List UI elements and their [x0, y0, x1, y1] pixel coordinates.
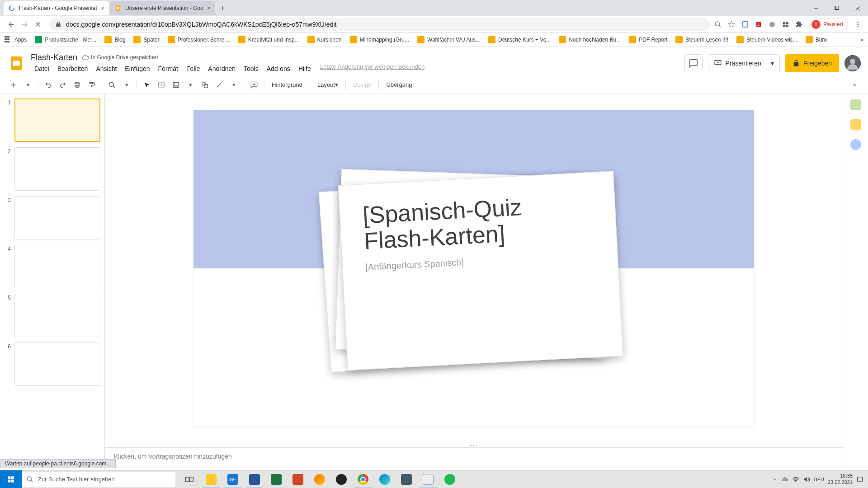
bookmark-item[interactable]: Noch hochladen Bu...	[559, 36, 621, 43]
onedrive-icon[interactable]	[781, 476, 788, 483]
present-dropdown-icon[interactable]: ▾	[767, 60, 774, 67]
bookmark-star-icon[interactable]	[728, 21, 735, 28]
menu-datei[interactable]: Datei	[31, 63, 53, 74]
new-slide-button[interactable]	[7, 79, 20, 91]
notifications-icon[interactable]	[856, 476, 863, 483]
taskbar-search[interactable]: Zur Suche Text hier eingeben	[22, 472, 175, 487]
comments-button[interactable]	[684, 54, 703, 72]
close-button[interactable]	[847, 0, 868, 16]
tray-overflow-icon[interactable]	[772, 477, 778, 482]
menu-tools[interactable]: Tools	[240, 63, 262, 74]
bookmark-item[interactable]: Büro	[806, 36, 827, 43]
bookmark-item[interactable]: Steuern Lesen !!!!	[675, 36, 728, 43]
url-field[interactable]: docs.google.com/presentation/d/10opBv3XQ…	[50, 18, 710, 31]
calendar-addon-icon[interactable]	[850, 99, 861, 110]
slide-thumbnail[interactable]	[14, 294, 100, 337]
collapse-toolbar-button[interactable]	[848, 79, 861, 91]
excel-icon[interactable]	[266, 470, 287, 488]
image-dropdown[interactable]: ▾	[184, 79, 197, 91]
notes-splitter[interactable]	[105, 443, 843, 447]
design-button[interactable]: Design	[349, 79, 375, 91]
keep-addon-icon[interactable]	[850, 119, 861, 130]
slide-thumbnail[interactable]	[14, 343, 100, 386]
menu-anordnen[interactable]: Anordnen	[204, 63, 239, 74]
slide-canvas[interactable]: [Spanisch-Quiz Flash-Karten] [Anfängerku…	[193, 110, 754, 427]
bookmark-item[interactable]: Deutsche Kurs + Vo...	[488, 36, 551, 43]
powerpoint-icon[interactable]	[288, 470, 308, 488]
clock[interactable]: 18:35 23.02.2021	[828, 473, 853, 485]
menu-ansicht[interactable]: Ansicht	[92, 63, 120, 74]
notepad-icon[interactable]	[418, 470, 439, 488]
minimize-button[interactable]	[806, 0, 826, 16]
slide-title-text[interactable]: [Spanisch-Quiz Flash-Karten]	[362, 191, 594, 254]
share-button[interactable]: Freigeben	[785, 54, 839, 72]
extensions-puzzle-icon[interactable]	[796, 21, 803, 28]
browser-menu-icon[interactable]	[854, 21, 862, 28]
textbox-button[interactable]: T	[155, 79, 168, 91]
speaker-notes[interactable]: Klicken, um Vortragsnotizen hinzuzufügen	[105, 447, 843, 470]
bookmark-item[interactable]: PDF Report	[629, 36, 667, 43]
bookmark-item[interactable]: Mindmapping (Gru...	[350, 36, 409, 43]
profile-paused-chip[interactable]: T Pausiert	[809, 19, 848, 30]
bookmark-item[interactable]: Kursideen	[307, 36, 342, 43]
obs-icon[interactable]	[331, 470, 352, 488]
slide-thumbnail[interactable]	[14, 147, 100, 191]
reading-list-icon[interactable]	[741, 21, 749, 28]
apps-button[interactable]: Apps	[5, 36, 27, 43]
doc-title[interactable]: Flash-Karten	[31, 53, 77, 62]
task-view-button[interactable]	[179, 470, 200, 488]
menu-format[interactable]: Format	[155, 63, 182, 74]
line-dropdown[interactable]: ▾	[227, 79, 240, 91]
new-tab-button[interactable]: +	[216, 2, 229, 14]
tab-close-icon[interactable]: ×	[207, 5, 211, 12]
chrome-icon[interactable]	[353, 470, 373, 488]
paint-format-button[interactable]	[85, 79, 98, 91]
bookmark-item[interactable]: Blog	[104, 36, 125, 43]
edge-icon[interactable]	[374, 470, 395, 488]
start-button[interactable]	[0, 470, 22, 488]
bookmark-item[interactable]: Professionell Schrei...	[168, 36, 230, 43]
canvas-viewport[interactable]: [Spanisch-Quiz Flash-Karten] [Anfängerku…	[105, 94, 843, 443]
bookmark-item[interactable]: Kreativität und Insp...	[238, 36, 299, 43]
extension-icon[interactable]	[769, 21, 776, 28]
menu-addons[interactable]: Add-ons	[263, 63, 294, 74]
browser-tab[interactable]: Unsere erste Präsentation - Goo ×	[110, 1, 215, 15]
reload-stop-button[interactable]	[34, 21, 42, 28]
tasks-addon-icon[interactable]	[850, 139, 861, 150]
layout-button[interactable]: Layout ▾	[314, 79, 342, 91]
comment-insert-button[interactable]	[248, 79, 260, 91]
wifi-icon[interactable]	[792, 476, 799, 483]
language-indicator[interactable]: DEU	[814, 477, 824, 482]
zoom-button[interactable]	[106, 79, 118, 91]
taskbar-app-icon[interactable]	[396, 470, 417, 488]
transition-button[interactable]: Übergang	[382, 79, 415, 91]
tab-close-icon[interactable]: ×	[101, 5, 104, 12]
browser-tab-active[interactable]: Flash-Karten - Google Präsentat ×	[4, 1, 109, 15]
slides-logo-icon[interactable]	[7, 54, 25, 72]
select-tool-button[interactable]	[141, 79, 153, 91]
slide-thumbnail[interactable]	[14, 245, 100, 288]
spotify-icon[interactable]	[439, 470, 460, 488]
slide-thumbnail[interactable]	[14, 196, 100, 239]
extension-icon[interactable]: 1	[755, 21, 762, 28]
doc-save-status[interactable]: In Google Drive gespeichert	[82, 54, 158, 61]
last-edit-link[interactable]: Letzte Änderung vor wenigen Sekunden	[320, 63, 425, 74]
undo-button[interactable]	[42, 79, 55, 91]
word-icon[interactable]	[244, 470, 265, 488]
back-button[interactable]	[7, 20, 15, 28]
slide-thumbnail[interactable]	[14, 99, 100, 142]
present-button[interactable]: Präsentieren ▾	[708, 54, 780, 72]
slide-subtitle-text[interactable]: [Anfängerkurs Spanisch]	[365, 250, 595, 273]
bookmark-item[interactable]: Später	[133, 36, 159, 43]
filmstrip[interactable]: 1 2 3 4 5 6	[0, 94, 105, 470]
shape-button[interactable]	[198, 79, 211, 91]
bookmark-item[interactable]: Wahlfächer WU Aus...	[417, 36, 480, 43]
redo-button[interactable]	[57, 79, 69, 91]
zoom-dropdown[interactable]: ▾	[120, 79, 133, 91]
background-button[interactable]: Hintergrund	[268, 79, 306, 91]
menu-einfuegen[interactable]: Einfügen	[121, 63, 153, 74]
menu-hilfe[interactable]: Hilfe	[295, 63, 315, 74]
menu-folie[interactable]: Folie	[183, 63, 203, 74]
card-front[interactable]: [Spanisch-Quiz Flash-Karten] [Anfängerku…	[338, 171, 623, 370]
image-button[interactable]	[170, 79, 182, 91]
